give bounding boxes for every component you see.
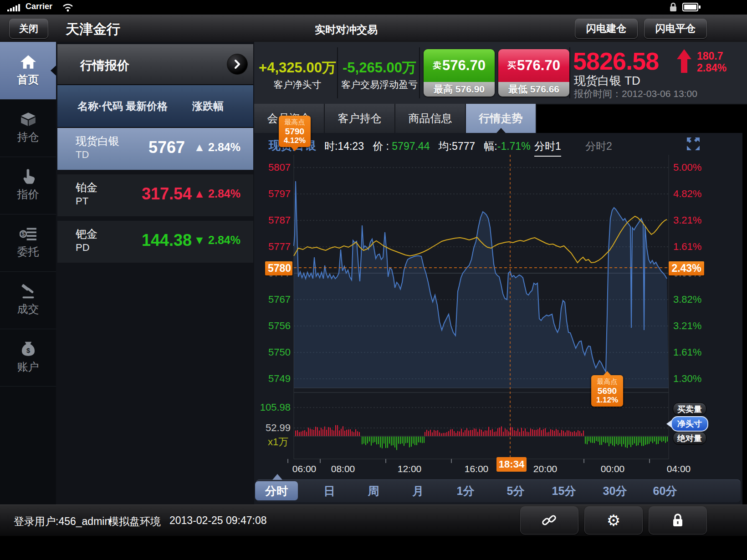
period-tab-label: 周 [368,484,379,499]
time-tick [385,459,386,463]
current-price-badge: 5780 [265,261,292,275]
lock-status-icon [669,2,678,12]
period-tab-8[interactable]: 30分 [593,481,637,500]
time-axis-label: 08:00 [331,463,355,474]
quote-row-PD[interactable]: 钯金PD144.38▼ 2.84% [57,221,253,263]
sidebar-item-label: 持仓 [17,130,39,144]
y-axis-left-label: 5750 [250,346,291,358]
quote-row-TD[interactable]: 现货白银TD5767▲ 2.84% [57,128,253,170]
y-axis-left-label: 5777 [250,241,291,253]
sidebar-item-home[interactable]: 首页 [0,42,56,100]
period-tab-6[interactable]: 5分 [497,481,535,500]
last-change: 180.72.84% [697,50,727,74]
period-tab-9[interactable]: 60分 [643,481,687,500]
y-axis-right-label: 5.00% [673,162,714,173]
lock-button[interactable] [649,506,707,535]
instrument-name-text: 钯金 [76,227,97,241]
volume-mode-button-2[interactable]: 净头寸 [671,416,708,432]
quote-time: 报价时间：2012-03-06 13:00 [574,87,697,100]
time-axis-label: 06:00 [292,463,317,474]
quote-table-header: 名称·代码最新价格涨跌幅 [57,85,253,128]
y-axis-left-label: 5749 [250,373,291,385]
quote-column-header: 涨跌幅 [192,99,224,113]
floating-pl-label: 客户交易浮动盈亏 [338,78,420,91]
link-button[interactable] [520,506,578,535]
last-symbol: 现货白银 TD [574,73,640,89]
trading-app-window: Carrier 关闭 天津金行 实时对冲交易 闪电建仓 闪电平仓 首页持仓指价$… [0,0,747,560]
period-tab-4[interactable]: 月 [403,481,434,500]
sidebar-item-label: 成交 [17,302,39,316]
period-tab-5[interactable]: 1分 [447,481,485,500]
period-tab-3[interactable]: 周 [358,481,389,500]
time-axis-label: 04:00 [667,463,691,474]
y-axis-left-label: 5807 [250,162,291,173]
instrument-change-value: 2.84% [208,187,240,200]
period-tab-7[interactable]: 15分 [542,481,586,500]
y-axis-right-label: 3.21% [673,214,714,226]
y-axis-right-label: 1.30% [673,373,714,385]
quote-panel-title: 行情报价 [80,57,129,74]
period-tab-label: 5分 [507,484,525,499]
tab-selected-notch [496,128,506,133]
instrument-code: PT [76,194,97,208]
sell-price-button[interactable]: 卖576.70 最高 576.90 [424,49,495,97]
floating-pl-value: -5,265.00万 [338,58,420,77]
sidebar-item-entrust[interactable]: $委托 [0,214,56,272]
y-axis-left-label: 5797 [250,188,291,200]
tooltip-arrow [291,147,299,151]
period-tab-2[interactable]: 日 [314,481,345,500]
last-price: 5826.58 [573,47,659,75]
volume-mode-label: 买卖量 [677,404,702,415]
sidebar-item-deal[interactable]: 成交 [0,271,56,329]
up-arrow-icon: ▲ [194,141,208,153]
y-axis-right-label: 3.82% [673,294,714,305]
tab-4[interactable]: 行情走势 [466,104,537,133]
tooltip-value: 5790 [281,127,308,136]
sidebar-item-positions[interactable]: 持仓 [0,99,56,157]
time-tick [320,459,321,463]
buy-price-button[interactable]: 买576.70 最低 576.66 [498,49,569,97]
tab-3[interactable]: 商品信息 [395,104,466,133]
chart-tooltip: 最高点57904.12% [279,116,311,147]
price-up-arrow-icon [677,49,691,73]
volume-mode-button-1[interactable]: 买卖量 [673,402,706,416]
link-icon [541,512,558,529]
y-axis-left-label: 5756 [250,320,291,332]
settings-button[interactable]: ⚙ [584,506,643,535]
instrument-change: ▼ 2.84% [194,234,240,247]
sidebar-item-label: 委托 [17,244,39,259]
sidebar-item-label: 指价 [17,187,39,202]
quote-row-PT[interactable]: 铂金PT317.54▲ 2.84% [57,174,253,216]
positions-icon [20,112,37,127]
period-tab-label: 月 [413,484,424,499]
sidebar-item-label: 首页 [17,72,39,87]
chart-tooltip: 最高点56901.12% [591,375,623,407]
instrument-change-value: 2.84% [208,234,240,246]
instrument-name-text: 现货白银 [76,134,119,148]
flash-open-button[interactable]: 闪电建仓 [575,19,638,39]
y-axis-left-label: 5767 [250,294,291,305]
sidebar-item-price-order[interactable]: 指价 [0,157,56,214]
instrument-change: ▲ 2.84% [194,187,240,200]
period-tab-1[interactable]: 分时 [255,481,298,500]
volume-mode-button-3[interactable]: 绝对量 [673,432,706,445]
net-position-value: +4,325.00万 [256,58,338,77]
sell-high-label: 最高 576.90 [424,82,495,97]
app-title: 天津金行 [66,20,120,39]
instrument-name: 现货白银TD [76,134,119,162]
time-tick [649,459,650,463]
status-bar: Carrier [0,0,747,15]
sidebar: 首页持仓指价$委托成交$账户 [0,42,56,504]
y-axis-right-label: 1.61% [673,346,714,358]
tab-2[interactable]: 客户持仓 [325,104,395,133]
home-icon [20,54,37,70]
volume-unit-label: x1万 [268,435,288,449]
quote-expand-button[interactable] [227,54,248,75]
flash-close-button[interactable]: 闪电平仓 [644,19,707,39]
down-arrow-icon: ▼ [194,234,208,246]
instrument-change-value: 2.84% [208,141,240,153]
svg-text:$: $ [26,347,30,354]
sidebar-item-account[interactable]: $账户 [0,329,56,387]
period-selected-notch [272,474,282,480]
close-button[interactable]: 关闭 [9,19,48,39]
